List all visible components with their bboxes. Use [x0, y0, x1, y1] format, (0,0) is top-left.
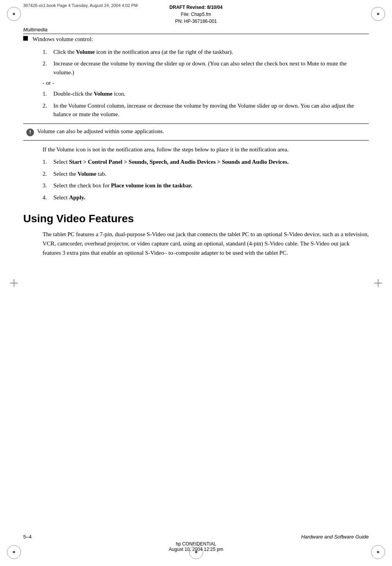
footer-confidential: hp CONFIDENTIAL August 10, 2004 12:25 pm — [23, 541, 369, 552]
num-1c: 1. — [43, 158, 53, 166]
num-2c: 2. — [43, 170, 53, 178]
cross-mark-left — [10, 279, 18, 287]
para-volume-icon-missing: If the Volume icon is not in the notific… — [43, 145, 369, 154]
num-4c: 4. — [43, 193, 53, 202]
footer: 5–4 Hardware and Software Guide hp CONFI… — [23, 534, 369, 552]
footer-guide-title: Hardware and Software Guide — [301, 534, 369, 540]
footer-date-text: August 10, 2004 12:25 pm — [23, 547, 369, 552]
bullet-item-windows-volume: Windows volume control: — [23, 35, 369, 44]
draft-file: File: Chap5.fm — [0, 11, 392, 18]
list-item: 3. Select the check box for Place volume… — [43, 181, 369, 190]
num-text-1b: Double-click the Volume icon. — [53, 89, 125, 98]
list-item: 1. Select Start > Control Panel > Sounds… — [43, 158, 369, 166]
reg-mark-top-right — [371, 7, 385, 21]
reg-mark-bottom-right — [371, 545, 385, 559]
main-content: Windows volume control: 1. Click the Vol… — [23, 35, 369, 535]
note-box: Volume can also be adjusted within some … — [23, 123, 369, 141]
footer-line: 5–4 Hardware and Software Guide — [23, 534, 369, 540]
list-item: 2. In the Volume Control column, increas… — [43, 101, 369, 119]
footer-page-number: 5–4 — [23, 534, 32, 540]
bullet-text-windows-volume: Windows volume control: — [33, 35, 93, 44]
footer-confidential-text: hp CONFIDENTIAL — [23, 541, 369, 547]
list-item: 1. Double-click the Volume icon. — [43, 89, 369, 98]
page: 367426-xx1.book Page 4 Tuesday, August 2… — [0, 0, 392, 566]
list-item: 1. Click the Volume icon in the notifica… — [43, 48, 369, 57]
page-info: 367426-xx1.book Page 4 Tuesday, August 2… — [23, 3, 138, 8]
note-text: Volume can also be adjusted within some … — [37, 127, 164, 136]
bullet-square — [23, 36, 28, 41]
numbered-list-1: 1. Click the Volume icon in the notifica… — [43, 48, 369, 77]
draft-pn: PN: HP-367186-001 — [0, 18, 392, 25]
num-2b: 2. — [43, 101, 53, 119]
num-2a: 2. — [43, 59, 53, 77]
note-icon — [23, 127, 37, 137]
section-heading-video: Using Video Features — [23, 213, 369, 225]
numbered-list-2: 1. Double-click the Volume icon. 2. In t… — [43, 89, 369, 119]
num-text-1c: Select Start > Control Panel > Sounds, S… — [53, 158, 289, 166]
reg-mark-bottom-left — [7, 545, 21, 559]
section-para-video: The tablet PC features a 7-pin, dual-pur… — [43, 230, 369, 257]
list-item: 4. Select Apply. — [43, 193, 369, 202]
section-label: Multimedia — [23, 27, 48, 33]
or-separator: - or - — [43, 80, 369, 86]
section-label-bar: Multimedia — [23, 26, 369, 34]
num-text-2b: In the Volume Control column, increase o… — [53, 101, 369, 119]
num-text-4c: Select Apply. — [53, 193, 86, 202]
num-text-2c: Select the Volume tab. — [53, 170, 106, 178]
numbered-list-3: 1. Select Start > Control Panel > Sounds… — [43, 158, 369, 202]
list-item: 2. Select the Volume tab. — [43, 170, 369, 178]
cross-mark-right — [374, 279, 382, 287]
num-1b: 1. — [43, 89, 53, 98]
num-text-1a: Click the Volume icon in the notificatio… — [53, 48, 233, 57]
num-1a: 1. — [43, 48, 53, 57]
reg-mark-top-left — [7, 7, 21, 21]
list-item: 2. Increase or decrease the volume by mo… — [43, 59, 369, 77]
num-text-3c: Select the check box for Place volume ic… — [53, 181, 192, 190]
num-text-2a: Increase or decrease the volume by movin… — [53, 59, 369, 77]
num-3c: 3. — [43, 181, 53, 190]
